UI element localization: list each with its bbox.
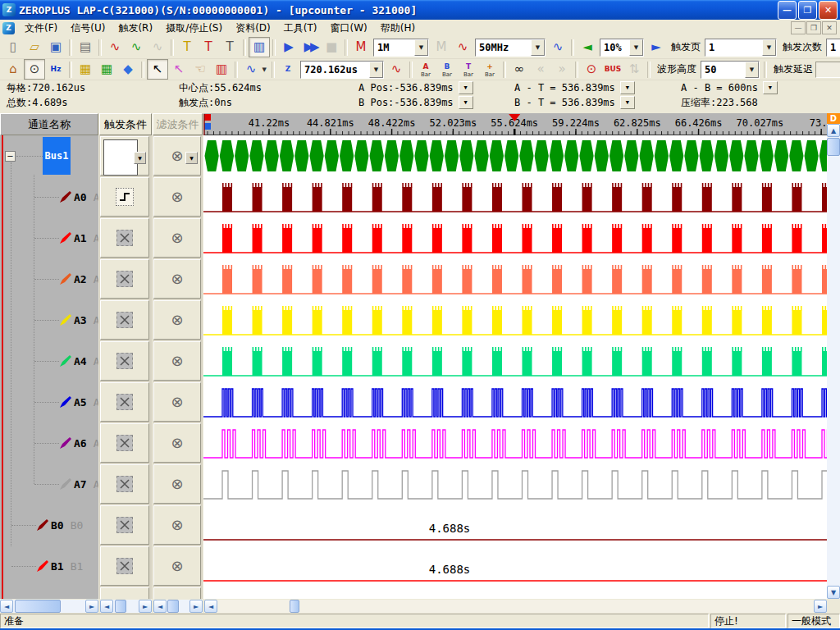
bus-color-button[interactable]: BUS bbox=[602, 59, 623, 80]
filter-none-icon[interactable]: ⊗ bbox=[171, 189, 183, 204]
filter-condition-cell[interactable]: ⊗ bbox=[153, 259, 201, 299]
plus-bar-button[interactable]: +Bar bbox=[479, 59, 500, 80]
dont-care-icon[interactable] bbox=[116, 230, 133, 246]
vertical-scroll-thumb[interactable] bbox=[827, 138, 840, 156]
trigger-condition-cell[interactable]: ▼ bbox=[100, 136, 149, 176]
bar-chart-button[interactable]: ▥ bbox=[211, 59, 232, 80]
channel-row-bus1[interactable]: −Bus1 bbox=[0, 135, 98, 176]
trigger-page-select[interactable]: 1▼ bbox=[705, 39, 777, 57]
dont-care-icon[interactable] bbox=[116, 271, 133, 287]
scroll-thumb[interactable] bbox=[115, 600, 126, 613]
dropdown-arrow-icon[interactable]: ▼ bbox=[185, 152, 198, 164]
trigger-condition-cell[interactable] bbox=[100, 505, 149, 545]
filter-condition-cell[interactable]: ⊗ bbox=[153, 341, 201, 381]
menu-item-tools[interactable]: 工具(T) bbox=[277, 20, 324, 37]
single-run-button[interactable]: ▶ bbox=[278, 37, 299, 57]
scroll-thumb[interactable] bbox=[290, 600, 299, 613]
channel-label[interactable]: B1 bbox=[51, 560, 64, 573]
channel-label[interactable]: A7 bbox=[74, 478, 87, 491]
filter-column-scrollbar[interactable]: ◄ ► bbox=[153, 600, 203, 613]
select-cursor-button[interactable]: ↖ bbox=[147, 59, 168, 80]
rising-edge-icon[interactable] bbox=[116, 188, 134, 206]
trigger-condition-cell[interactable] bbox=[100, 423, 149, 463]
channel-label[interactable]: A5 bbox=[74, 396, 87, 409]
trigger-condition-cell[interactable] bbox=[100, 464, 149, 504]
timing-clock-button[interactable]: ⊙ bbox=[24, 59, 45, 80]
filter-none-icon[interactable]: ⊗ bbox=[171, 272, 183, 286]
time-ruler[interactable]: 41.22ms44.821ms48.422ms52.023ms55.624ms5… bbox=[203, 113, 827, 135]
dropdown-arrow-icon[interactable]: ▼ bbox=[629, 39, 643, 56]
bus-setup-button[interactable]: ▥ bbox=[249, 37, 270, 57]
save-file-button[interactable]: ▣ bbox=[45, 37, 66, 57]
scroll-left-icon[interactable]: ◄ bbox=[100, 600, 113, 613]
waveform-area[interactable]: 41.22ms44.821ms48.422ms52.023ms55.624ms5… bbox=[203, 113, 827, 599]
mdi-minimize-button[interactable]: — bbox=[791, 21, 806, 34]
sample-rate-select[interactable]: 50MHz▼ bbox=[475, 39, 546, 57]
channel-label[interactable]: B0 bbox=[51, 519, 64, 532]
scroll-left-icon[interactable]: ◄ bbox=[0, 600, 13, 613]
channel-label[interactable]: A0 bbox=[74, 191, 87, 203]
dont-care-icon[interactable] bbox=[116, 353, 133, 369]
dont-care-icon[interactable] bbox=[116, 517, 133, 533]
menu-item-data[interactable]: 资料(D) bbox=[229, 20, 277, 37]
filter-none-icon[interactable]: ⊗ bbox=[171, 559, 183, 573]
close-button[interactable]: ✕ bbox=[819, 1, 838, 20]
listing-window-button[interactable]: ▦ bbox=[96, 59, 117, 80]
dropdown-arrow-icon[interactable]: ▼ bbox=[620, 81, 635, 94]
minimize-button[interactable]: — bbox=[778, 1, 797, 20]
frequency-button[interactable]: Hz bbox=[45, 59, 66, 80]
trigger-condition-cell[interactable] bbox=[100, 218, 149, 258]
filter-condition-cell[interactable]: ⊗ bbox=[153, 423, 201, 463]
channel-label[interactable]: A6 bbox=[74, 437, 87, 450]
navigator-button[interactable]: ◆ bbox=[117, 59, 139, 80]
menu-item-window[interactable]: 窗口(W) bbox=[323, 20, 373, 37]
dropdown-arrow-icon[interactable]: ▼ bbox=[414, 39, 428, 56]
channel-label[interactable]: A3 bbox=[74, 314, 87, 326]
sampling-setup-button[interactable]: ∿ bbox=[126, 37, 147, 57]
scroll-right-icon[interactable]: ► bbox=[139, 600, 152, 613]
wave-to-cursor-button[interactable]: ∿ bbox=[386, 59, 407, 80]
new-file-button[interactable]: ▯ bbox=[2, 37, 24, 57]
menu-item-trigger[interactable]: 触发(R) bbox=[112, 20, 159, 37]
filter-condition-cell[interactable]: ⊗ bbox=[153, 177, 201, 217]
memory-depth-select[interactable]: 1M▼ bbox=[373, 39, 429, 57]
multi-select-button[interactable]: ↖ bbox=[168, 59, 189, 80]
mdi-close-button[interactable]: ✕ bbox=[822, 21, 837, 34]
hand-pan-button[interactable]: ☜ bbox=[189, 59, 211, 80]
dropdown-arrow-icon[interactable]: ▼ bbox=[763, 81, 778, 94]
dropdown-arrow-icon[interactable]: ▼ bbox=[262, 66, 267, 73]
tree-expander-icon[interactable]: − bbox=[5, 151, 16, 162]
trigger-pos-left-button[interactable]: ◄ bbox=[577, 37, 598, 57]
cursor-line[interactable] bbox=[2, 135, 3, 599]
dont-care-icon[interactable] bbox=[116, 558, 133, 574]
scroll-right-icon[interactable]: ► bbox=[814, 600, 827, 613]
filter-condition-cell[interactable] bbox=[153, 587, 201, 599]
filter-condition-cell[interactable]: ⊗ bbox=[153, 546, 201, 586]
scroll-right-icon[interactable]: ► bbox=[85, 600, 98, 613]
name-column-scrollbar[interactable]: ◄ ► bbox=[0, 600, 98, 613]
scroll-left-icon[interactable]: ◄ bbox=[204, 600, 217, 613]
trigger-column-scrollbar[interactable]: ◄ ► bbox=[100, 600, 152, 613]
filter-none-icon[interactable]: ⊗ bbox=[171, 477, 183, 491]
mdi-restore-button[interactable]: ❐ bbox=[806, 21, 821, 34]
display-range-select[interactable]: 720.162us▼ bbox=[300, 61, 384, 79]
b-bar-button[interactable]: BBar bbox=[436, 59, 458, 80]
trigger-mark-a-button[interactable]: T bbox=[176, 37, 198, 57]
menu-item-signal[interactable]: 信号(U) bbox=[64, 20, 112, 37]
scroll-thumb[interactable] bbox=[167, 600, 179, 613]
zoom-fit-button[interactable]: Z bbox=[277, 59, 299, 80]
dropdown-arrow-icon[interactable]: ▼ bbox=[620, 96, 635, 109]
menu-item-acquire-stop[interactable]: 摄取/停止(S) bbox=[159, 20, 229, 37]
search-button[interactable]: ∞ bbox=[509, 59, 530, 80]
dropdown-arrow-icon[interactable]: ▼ bbox=[762, 39, 776, 56]
t-bar-button[interactable]: TBar bbox=[458, 59, 479, 80]
filter-condition-cell[interactable]: ⊗ bbox=[153, 505, 201, 545]
scroll-thumb[interactable] bbox=[15, 600, 61, 613]
memory-page-prev-button[interactable]: M bbox=[350, 37, 372, 57]
channel-label[interactable]: A1 bbox=[74, 232, 87, 244]
menu-item-help[interactable]: 帮助(H) bbox=[374, 20, 422, 37]
home-button[interactable]: ⌂ bbox=[2, 59, 24, 80]
dont-care-icon[interactable] bbox=[116, 476, 133, 492]
print-button[interactable]: ▤ bbox=[75, 37, 96, 57]
filter-condition-cell[interactable]: ⊗ bbox=[153, 218, 201, 258]
